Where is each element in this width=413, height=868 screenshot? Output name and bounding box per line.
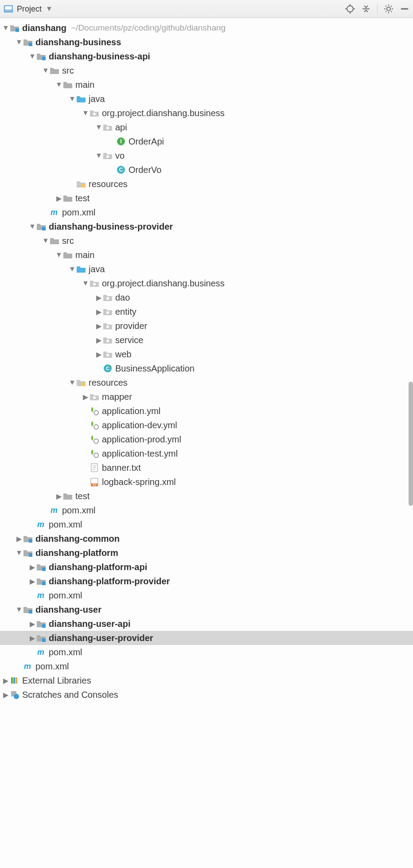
node-label: vo bbox=[115, 151, 125, 161]
tree-row[interactable]: ▶ C BusinessApplication bbox=[0, 361, 413, 375]
tree-row[interactable]: ▶ application-test.yml bbox=[0, 446, 413, 461]
scrollbar[interactable] bbox=[409, 382, 413, 506]
tree-row[interactable]: ▶ service bbox=[0, 333, 413, 347]
expand-icon[interactable]: ▼ bbox=[42, 66, 50, 74]
expand-icon[interactable]: ▼ bbox=[15, 38, 23, 46]
folder-icon bbox=[63, 80, 73, 90]
tree-row[interactable]: ▶ Scratches and Consoles bbox=[0, 688, 413, 702]
tree-row[interactable]: ▶ mapper bbox=[0, 390, 413, 404]
tree-row[interactable]: ▼ src bbox=[0, 63, 413, 78]
tree-row[interactable]: ▶ C OrderVo bbox=[0, 163, 413, 177]
gear-icon[interactable] bbox=[384, 4, 394, 14]
project-dropdown-icon[interactable]: ▼ bbox=[45, 5, 53, 13]
locate-icon[interactable] bbox=[345, 4, 355, 14]
expand-icon[interactable]: ▶ bbox=[95, 308, 103, 316]
tree-row[interactable]: ▶ m pom.xml bbox=[0, 645, 413, 659]
expand-icon[interactable]: ▼ bbox=[42, 237, 50, 245]
tree-row[interactable]: ▼ resources bbox=[0, 375, 413, 390]
tree-row[interactable]: ▶ provider bbox=[0, 319, 413, 333]
tree-row[interactable]: ▼ dianshang-business-api bbox=[0, 49, 413, 63]
tree-row[interactable]: ▶ dianshang-user-api bbox=[0, 617, 413, 631]
tree-row[interactable]: ▶ dao bbox=[0, 290, 413, 305]
tree-row[interactable]: ▼ dianshang-platform bbox=[0, 546, 413, 560]
tree-row[interactable]: ▶ m pom.xml bbox=[0, 503, 413, 517]
expand-icon[interactable]: ▶ bbox=[28, 620, 36, 628]
expand-icon[interactable]: ▶ bbox=[95, 350, 103, 359]
node-label: dianshang-common bbox=[35, 534, 120, 544]
tree-row[interactable]: ▼ main bbox=[0, 78, 413, 92]
project-label[interactable]: Project bbox=[17, 4, 42, 14]
tree-row[interactable]: ▶ m pom.xml bbox=[0, 659, 413, 673]
tree-row[interactable]: ▶ dianshang-platform-provider bbox=[0, 574, 413, 588]
tree-row-selected[interactable]: ▶ dianshang-user-provider bbox=[0, 631, 413, 645]
tree-row[interactable]: ▼ api bbox=[0, 120, 413, 134]
node-label: src bbox=[62, 66, 74, 76]
tree-row[interactable]: ▶ m pom.xml bbox=[0, 588, 413, 602]
tree-row[interactable]: ▼ dianshang-user bbox=[0, 602, 413, 617]
expand-icon[interactable]: ▶ bbox=[2, 691, 10, 699]
tree-row[interactable]: ▶ test bbox=[0, 489, 413, 503]
expand-icon[interactable]: ▶ bbox=[55, 492, 63, 500]
expand-icon[interactable]: ▼ bbox=[15, 606, 23, 614]
tree-row[interactable]: ▶ test bbox=[0, 191, 413, 205]
tree-row[interactable]: ▼ org.project.dianshang.business bbox=[0, 106, 413, 120]
expand-icon[interactable]: ▶ bbox=[55, 194, 63, 203]
svg-line-14 bbox=[391, 11, 392, 12]
expand-icon[interactable]: ▼ bbox=[2, 24, 10, 32]
tree-row[interactable]: ▼ dianshang-business bbox=[0, 35, 413, 49]
tree-row[interactable]: ▶ application.yml bbox=[0, 404, 413, 418]
project-tree[interactable]: ▼ dianshang ~/Documents/pz/coding/github… bbox=[0, 18, 413, 868]
tree-row[interactable]: ▶ dianshang-platform-api bbox=[0, 560, 413, 574]
tree-row[interactable]: ▶ application-prod.yml bbox=[0, 432, 413, 446]
expand-icon[interactable]: ▶ bbox=[28, 563, 36, 571]
expand-icon[interactable]: ▶ bbox=[28, 577, 36, 586]
svg-point-25 bbox=[106, 155, 109, 158]
tree-row-root[interactable]: ▼ dianshang ~/Documents/pz/coding/github… bbox=[0, 21, 413, 35]
expand-icon[interactable]: ▶ bbox=[15, 535, 23, 543]
expand-icon[interactable]: ▼ bbox=[95, 123, 103, 131]
expand-icon[interactable]: ▶ bbox=[28, 634, 36, 642]
expand-icon[interactable]: ▼ bbox=[68, 379, 76, 387]
tree-row[interactable]: ▶ banner.txt bbox=[0, 461, 413, 475]
tree-row[interactable]: ▶ resources bbox=[0, 177, 413, 191]
svg-point-35 bbox=[106, 340, 109, 342]
tree-row[interactable]: ▶ application-dev.yml bbox=[0, 418, 413, 432]
tree-row[interactable]: ▼ vo bbox=[0, 149, 413, 163]
tree-row[interactable]: ▶ m pom.xml bbox=[0, 205, 413, 219]
svg-rect-39 bbox=[82, 383, 85, 386]
tree-row[interactable]: ▶ External Libraries bbox=[0, 673, 413, 688]
expand-icon[interactable]: ▼ bbox=[68, 265, 76, 273]
expand-icon[interactable]: ▶ bbox=[95, 336, 103, 344]
tree-row[interactable]: ▼ java bbox=[0, 262, 413, 276]
hide-icon[interactable] bbox=[400, 4, 409, 14]
tree-row[interactable]: ▶ dianshang-common bbox=[0, 532, 413, 546]
expand-icon[interactable]: ▼ bbox=[55, 81, 63, 89]
tree-row[interactable]: ▼ org.project.dianshang.business bbox=[0, 276, 413, 290]
tree-row[interactable]: ▼ java bbox=[0, 92, 413, 106]
tree-row[interactable]: ▼ main bbox=[0, 248, 413, 262]
expand-icon[interactable]: ▶ bbox=[95, 322, 103, 330]
expand-icon[interactable]: ▼ bbox=[82, 109, 90, 117]
expand-icon[interactable]: ▼ bbox=[28, 52, 36, 60]
interface-icon: I bbox=[116, 137, 126, 146]
tree-row[interactable]: ▼ src bbox=[0, 234, 413, 248]
expand-icon[interactable]: ▶ bbox=[95, 293, 103, 302]
expand-icon[interactable]: ▼ bbox=[82, 279, 90, 287]
maven-icon: m bbox=[36, 520, 46, 529]
tree-row[interactable]: ▼ dianshang-business-provider bbox=[0, 219, 413, 234]
tree-row[interactable]: ▶ entity bbox=[0, 305, 413, 319]
tree-row[interactable]: ▶ m pom.xml bbox=[0, 517, 413, 532]
tree-row[interactable]: ▶ <> logback-spring.xml bbox=[0, 475, 413, 489]
expand-icon[interactable]: ▼ bbox=[95, 152, 103, 160]
expand-icon[interactable]: ▼ bbox=[55, 251, 63, 259]
tree-row[interactable]: ▶ web bbox=[0, 347, 413, 361]
expand-icon[interactable]: ▼ bbox=[15, 549, 23, 557]
expand-icon[interactable]: ▼ bbox=[28, 223, 36, 231]
svg-rect-55 bbox=[29, 553, 32, 557]
expand-icon[interactable]: ▼ bbox=[68, 95, 76, 103]
expand-icon[interactable]: ▶ bbox=[2, 676, 10, 685]
collapse-icon[interactable] bbox=[361, 4, 371, 14]
expand-icon[interactable]: ▶ bbox=[82, 393, 90, 401]
xml-file-icon: <> bbox=[90, 477, 99, 487]
tree-row[interactable]: ▶ I OrderApi bbox=[0, 134, 413, 149]
